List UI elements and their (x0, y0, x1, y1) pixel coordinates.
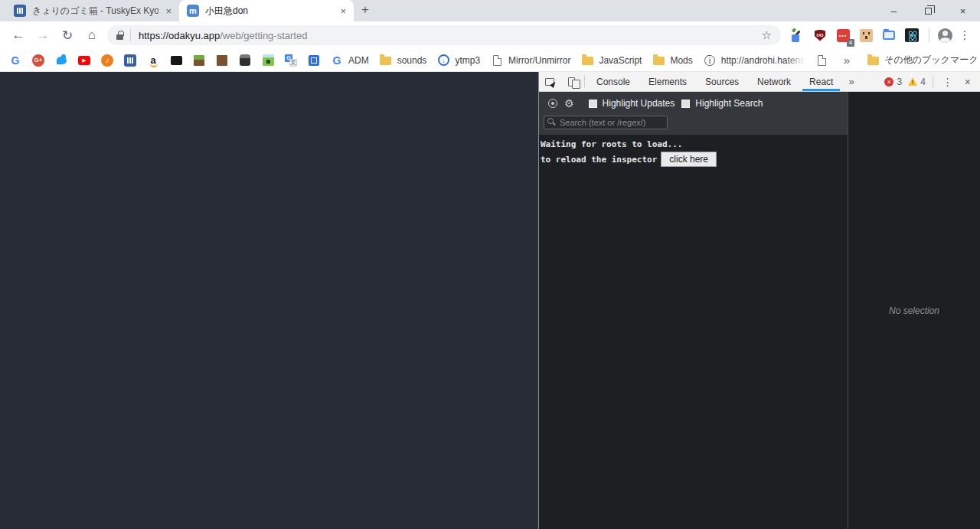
face-extension-icon (860, 29, 873, 42)
back-button[interactable]: ← (8, 24, 29, 46)
minecraft-grass-icon (193, 54, 205, 67)
select-element-target-icon[interactable] (548, 99, 557, 108)
titlebar: きょりのゴミ箱 - TuskyEx Kyori Build × m 小田急don… (0, 0, 980, 21)
ext-folder-button[interactable] (879, 25, 899, 45)
react-details-pane: No selection (848, 92, 980, 529)
devtools-tab-console[interactable]: Console (590, 72, 637, 91)
bookmark-dirt-block[interactable] (216, 54, 228, 67)
browser-window: きょりのゴミ箱 - TuskyEx Kyori Build × m 小田急don… (0, 0, 980, 529)
devtools-status-icons: × 3 4 ⋮ × (884, 72, 980, 91)
ext-ublock-button[interactable]: UO (810, 25, 830, 45)
other-bookmarks-folder[interactable]: その他のブックマーク (867, 54, 978, 67)
bookmark-star-icon[interactable]: ☆ (762, 28, 772, 42)
ext-red-badge-button[interactable]: ••• 4 (833, 25, 853, 45)
bookmark-folder-sounds[interactable]: sounds (380, 54, 427, 67)
devtools-tab-elements[interactable]: Elements (642, 72, 694, 91)
content-area: Console Elements Sources Network React »… (0, 72, 980, 529)
react-tree-content: Waiting for roots to load... to reload t… (539, 135, 848, 529)
folder-extension-icon (883, 31, 895, 40)
bookmark-tweetdeck[interactable] (124, 54, 136, 67)
forward-button[interactable]: → (32, 24, 54, 46)
inspect-icon (545, 78, 554, 86)
inspect-element-button[interactable] (539, 72, 560, 91)
restore-button[interactable] (911, 0, 946, 21)
translate-icon: G文 (285, 54, 297, 67)
mask-icon (239, 54, 251, 67)
bookmark-tv[interactable] (170, 54, 182, 67)
bookmark-music[interactable]: ♪ (101, 54, 113, 67)
bookmark-label: sounds (397, 55, 427, 66)
bookmark-folder-javascript[interactable]: JavaScript (581, 54, 642, 67)
url-host: https://odakyu.app (139, 30, 220, 41)
gear-icon[interactable]: ⚙ (564, 98, 574, 109)
new-tab-button[interactable]: + (361, 2, 369, 19)
bookmarks-bar: G G+ ▶ ♪ a G文 G ADM sounds ↓ ytmp3 Mirro… (0, 49, 980, 72)
bookmark-untitled-page[interactable] (816, 54, 828, 67)
reload-button[interactable]: ↻ (57, 24, 78, 46)
close-window-button[interactable]: × (946, 0, 980, 21)
ext-react-devtools-button[interactable] (902, 25, 922, 45)
bookmark-label: http://androhi.hatena (721, 55, 805, 66)
devtools-toolbar: Console Elements Sources Network React »… (539, 72, 980, 92)
bookmark-ytmp3[interactable]: ↓ ytmp3 (437, 54, 480, 67)
device-icon (568, 77, 575, 87)
devtools-panel: Console Elements Sources Network React »… (539, 72, 980, 529)
page-viewport[interactable] (0, 72, 538, 529)
devtools-divider (584, 76, 585, 87)
tab-tuskyex[interactable]: きょりのゴミ箱 - TuskyEx Kyori Build × (6, 0, 179, 21)
click-here-button[interactable]: click here (661, 152, 717, 167)
tab-close-icon[interactable]: × (164, 6, 173, 16)
warning-count: 4 (920, 77, 926, 87)
devtools-tab-sources[interactable]: Sources (698, 72, 746, 91)
profile-avatar[interactable] (938, 28, 952, 43)
react-devtools-panel: ⚙ Highlight Updates Highlight Search Wa (539, 92, 980, 529)
bookmark-cpu[interactable] (308, 54, 320, 67)
url-text[interactable]: https://odakyu.app/web/getting-started (139, 30, 756, 41)
ext-face-button[interactable] (856, 25, 876, 45)
minimize-button[interactable]: – (877, 0, 911, 21)
bookmark-google[interactable]: G (9, 54, 21, 67)
react-search-input[interactable] (544, 116, 668, 129)
devtools-close-button[interactable]: × (960, 76, 978, 88)
highlight-updates-label: Highlight Updates (603, 98, 675, 109)
bookmark-google-plus[interactable]: G+ (32, 54, 44, 67)
devtools-menu-button[interactable]: ⋮ (936, 76, 960, 88)
devtools-more-tabs-button[interactable]: » (842, 72, 860, 91)
bookmark-translate[interactable]: G文 (285, 54, 297, 67)
ext-eyedropper-button[interactable] (787, 25, 807, 45)
bookmark-youtube[interactable]: ▶ (78, 54, 90, 67)
bookmark-grass-block[interactable] (193, 54, 205, 67)
music-note-icon: ♪ (101, 54, 113, 67)
bookmark-adm[interactable]: G ADM (331, 54, 369, 67)
react-atom-core (911, 34, 913, 37)
warning-badge-icon[interactable] (908, 77, 917, 86)
bookmark-twitter[interactable] (55, 54, 67, 67)
tab-close-icon[interactable]: × (338, 6, 348, 16)
devtools-tab-react[interactable]: React (802, 72, 840, 91)
tab-odakyu-don[interactable]: m 小田急don × (179, 0, 354, 21)
bookmarks-overflow-button[interactable]: » (839, 54, 854, 67)
devtools-tab-network[interactable]: Network (750, 72, 798, 91)
error-badge-icon[interactable]: × (884, 77, 893, 87)
highlight-search-checkbox[interactable] (681, 100, 690, 108)
tv-icon (170, 54, 182, 67)
google-g-icon: G (9, 54, 21, 67)
bookmark-creeper[interactable] (262, 54, 274, 67)
home-button[interactable]: ⌂ (81, 24, 103, 46)
download-circle-icon: ↓ (437, 54, 449, 67)
bookmark-mask[interactable] (239, 54, 251, 67)
color-swatch-icon (792, 34, 799, 42)
browser-menu-button[interactable]: ⋮ (956, 28, 974, 42)
ublock-shield-icon: UO (815, 30, 825, 41)
bookmark-folder-mods[interactable]: Mods (652, 54, 692, 67)
bookmark-mirror-unmirror[interactable]: Mirror/Unmirror (491, 54, 570, 67)
bookmark-label: Mirror/Unmirror (508, 55, 570, 66)
highlight-updates-checkbox[interactable] (589, 100, 597, 108)
address-bar[interactable]: https://odakyu.app/web/getting-started ☆ (107, 25, 781, 45)
react-toolbar: ⚙ Highlight Updates Highlight Search (539, 92, 848, 135)
cpu-chip-icon (308, 54, 320, 67)
bookmark-amazon[interactable]: a (147, 54, 159, 67)
device-toolbar-button[interactable] (560, 72, 582, 91)
bookmark-androhi-hatena[interactable]: ⓘ http://androhi.hatena (704, 54, 805, 67)
folder-icon (380, 54, 392, 67)
